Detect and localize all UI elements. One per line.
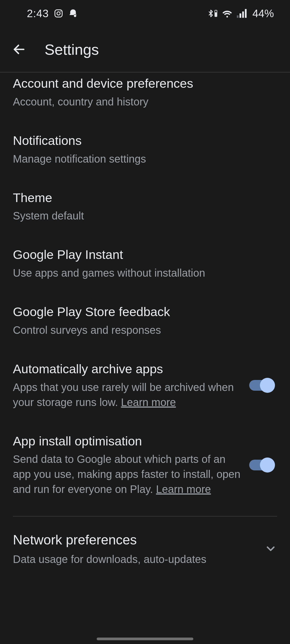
learn-more-link[interactable]: Learn more [156,483,211,495]
page-title: Settings [45,41,99,58]
status-right: 44% [207,8,274,20]
setting-title: Notifications [13,133,277,149]
setting-install-optimisation[interactable]: App install optimisation Send data to Go… [0,422,290,509]
setting-play-instant[interactable]: Google Play Instant Use apps and games w… [0,235,290,292]
setting-title: Google Play Instant [13,247,277,263]
setting-subtitle: Control surveys and responses [13,323,277,338]
bluetooth-icon [207,9,218,18]
section-subtitle: Data usage for downloads, auto-updates [13,552,258,567]
section-title: Network preferences [13,532,258,548]
svg-rect-7 [237,15,238,18]
svg-point-2 [60,11,61,12]
cellular-signal-icon [237,9,248,18]
setting-subtitle: Manage notification settings [13,151,277,166]
gesture-handle[interactable] [97,638,193,640]
setting-subtitle: Apps that you use rarely will be archive… [13,380,243,410]
setting-notifications[interactable]: Notifications Manage notification settin… [0,121,290,178]
status-time: 2:43 [27,8,49,20]
wifi-icon [221,9,233,18]
app-bar: Settings [0,27,290,72]
setting-title: Automatically archive apps [13,361,243,377]
setting-theme[interactable]: Theme System default [0,178,290,235]
arrow-left-icon [12,42,26,56]
svg-rect-8 [240,13,241,18]
install-optimisation-toggle[interactable] [249,458,275,473]
setting-subtitle: Account, country and history [13,94,277,109]
svg-rect-9 [242,12,244,18]
setting-title: Google Play Store feedback [13,304,277,320]
learn-more-link[interactable]: Learn more [121,396,176,408]
setting-title: Account and device preferences [13,76,277,92]
setting-auto-archive[interactable]: Automatically archive apps Apps that you… [0,349,290,422]
settings-list: Account and device preferences Account, … [0,72,290,567]
setting-account-preferences[interactable]: Account and device preferences Account, … [0,72,290,121]
toggle-thumb [260,458,275,473]
setting-store-feedback[interactable]: Google Play Store feedback Control surve… [0,292,290,349]
setting-title: App install optimisation [13,433,243,449]
section-network-preferences[interactable]: Network preferences Data usage for downl… [0,517,290,567]
notification-app-icon [68,9,78,18]
svg-point-4 [74,15,76,17]
back-button[interactable] [10,40,28,59]
setting-subtitle: Send data to Google about which parts of… [13,452,243,497]
setting-title: Theme [13,190,277,206]
auto-archive-toggle[interactable] [249,378,275,393]
battery-text: 44% [252,8,274,20]
instagram-icon [54,9,63,18]
svg-point-1 [57,12,60,15]
svg-rect-6 [215,12,217,16]
status-left: 2:43 [27,8,78,20]
toggle-thumb [260,378,275,393]
svg-rect-10 [245,9,247,18]
chevron-down-icon [264,542,277,556]
setting-subtitle: Use apps and games without installation [13,265,277,280]
setting-subtitle: System default [13,208,277,223]
status-bar: 2:43 [0,0,290,27]
